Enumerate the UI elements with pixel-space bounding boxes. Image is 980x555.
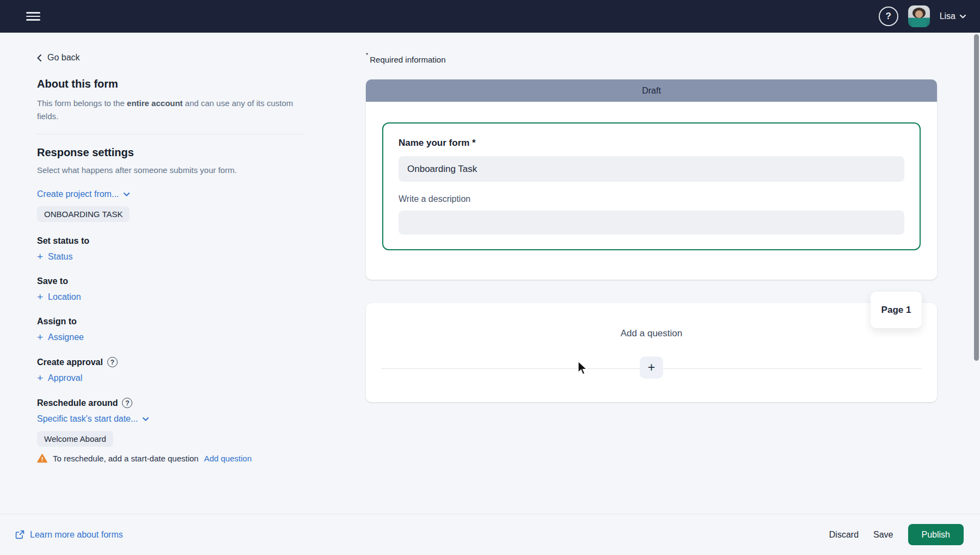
response-settings-title: Response settings <box>37 146 305 159</box>
about-form-description: This form belongs to the entire account … <box>37 97 305 123</box>
page-1-tab[interactable]: Page 1 <box>871 292 922 328</box>
menu-icon[interactable] <box>26 12 40 21</box>
go-back-label: Go back <box>47 53 80 63</box>
add-assignee-link[interactable]: +Assignee <box>37 332 84 342</box>
plus-icon: + <box>37 253 43 261</box>
add-question-card: Add a question + <box>366 303 937 402</box>
create-approval-heading: Create approval ? <box>37 357 305 367</box>
avatar[interactable] <box>908 5 930 27</box>
help-icon[interactable]: ? <box>879 7 898 26</box>
plus-icon: + <box>37 334 43 341</box>
plus-icon: + <box>37 293 43 301</box>
user-name: Lisa <box>940 11 955 21</box>
chevron-down-icon <box>960 15 966 18</box>
form-name-label: Name your form * <box>399 138 904 149</box>
save-button[interactable]: Save <box>873 530 893 540</box>
reschedule-help-icon[interactable]: ? <box>122 398 132 408</box>
add-question-button[interactable]: + <box>640 356 663 379</box>
plus-icon: + <box>37 374 43 382</box>
set-status-heading: Set status to <box>37 236 305 246</box>
settings-sidebar: Go back About this form This form belong… <box>37 53 305 463</box>
add-question-divider: + <box>381 356 922 380</box>
assign-to-heading: Assign to <box>37 317 305 326</box>
publish-button[interactable]: Publish <box>908 524 964 545</box>
add-status-link[interactable]: +Status <box>37 252 72 262</box>
vertical-scrollbar[interactable] <box>974 34 979 361</box>
draft-status-banner: Draft <box>366 79 937 102</box>
add-location-link[interactable]: +Location <box>37 292 81 302</box>
user-menu[interactable]: Lisa <box>940 11 966 21</box>
add-question-link[interactable]: Add question <box>204 454 252 463</box>
footer-bar: Learn more about forms Discard Save Publ… <box>0 514 980 555</box>
topbar: ? Lisa <box>0 0 980 33</box>
go-back-link[interactable]: Go back <box>37 53 305 63</box>
project-chip: ONBOARDING TASK <box>37 206 130 222</box>
warning-triangle-icon <box>37 454 47 463</box>
form-description-label: Write a description <box>399 194 904 204</box>
learn-more-link[interactable]: Learn more about forms <box>15 530 123 540</box>
chevron-down-icon <box>124 193 130 196</box>
create-project-from-dropdown[interactable]: Create project from... <box>37 189 130 199</box>
warning-text: To reschedule, add a start-date question <box>53 454 199 463</box>
required-information-note: *Required information <box>366 54 937 64</box>
add-question-label: Add a question <box>366 303 937 339</box>
discard-button[interactable]: Discard <box>829 530 859 540</box>
chevron-down-icon <box>143 417 149 421</box>
response-settings-subtitle: Select what happens after someone submit… <box>37 165 305 175</box>
external-link-icon <box>15 530 24 539</box>
reschedule-task-chip: Welcome Aboard <box>37 431 113 447</box>
sidebar-divider <box>37 134 305 134</box>
form-description-input[interactable] <box>399 211 904 235</box>
approval-help-icon[interactable]: ? <box>107 357 118 367</box>
add-approval-link[interactable]: +Approval <box>37 373 82 383</box>
save-to-heading: Save to <box>37 276 305 286</box>
reschedule-around-heading: Reschedule around ? <box>37 398 305 408</box>
reschedule-warning: To reschedule, add a start-date question… <box>37 454 305 463</box>
reschedule-date-dropdown[interactable]: Specific task's start date... <box>37 414 149 424</box>
learn-more-label: Learn more about forms <box>30 530 123 540</box>
about-form-title: About this form <box>37 78 305 90</box>
form-name-input[interactable] <box>399 156 904 182</box>
chevron-left-icon <box>37 54 41 61</box>
form-header-card: Draft Name your form * Write a descripti… <box>366 79 937 280</box>
form-builder-main: *Required information Draft Name your fo… <box>366 54 937 402</box>
form-name-focus-box: Name your form * Write a description <box>382 122 921 250</box>
